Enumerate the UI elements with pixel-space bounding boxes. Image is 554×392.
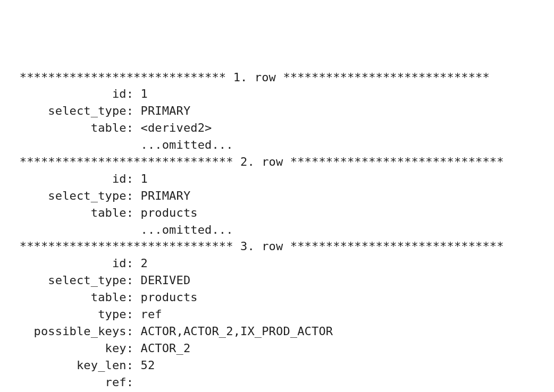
- explain-output: ***************************** 1. row ***…: [5, 69, 554, 392]
